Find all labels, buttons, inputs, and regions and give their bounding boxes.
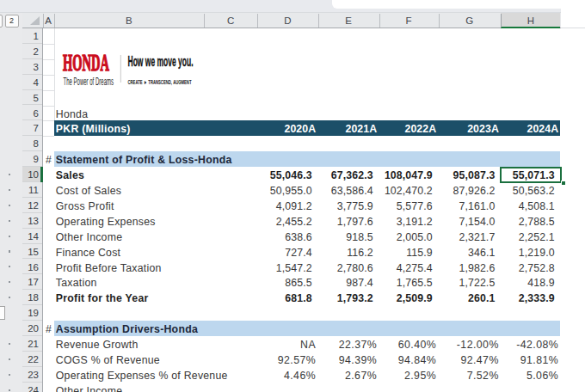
- svg-text:How we move you.: How we move you.: [128, 53, 194, 69]
- svg-text:HONDA: HONDA: [63, 50, 109, 76]
- svg-text:The Power of Dreams: The Power of Dreams: [64, 76, 114, 88]
- svg-text:CREATE ▸ TRANSCEND, AUGMENT: CREATE ▸ TRANSCEND, AUGMENT: [128, 78, 192, 86]
